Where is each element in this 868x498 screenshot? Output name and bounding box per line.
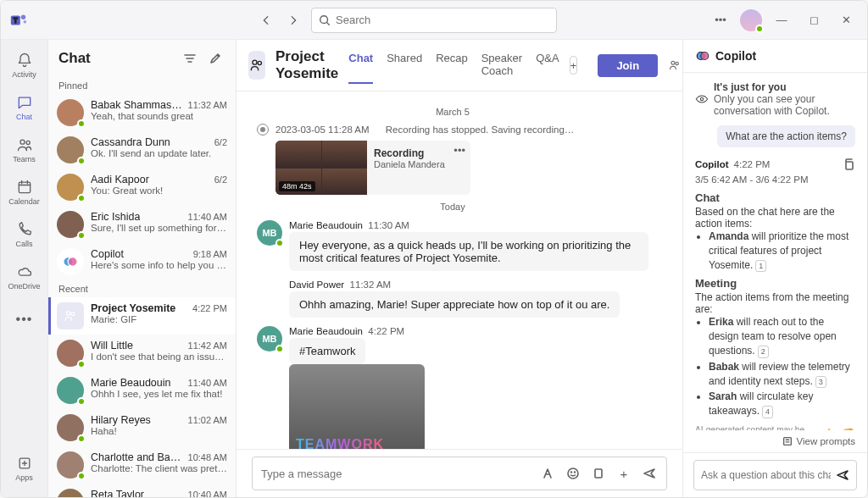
minimize-button[interactable]: ― (769, 8, 794, 33)
svg-point-12 (71, 313, 75, 316)
message-sender: Marie Beaudouin (289, 326, 363, 336)
search-box[interactable] (311, 8, 557, 33)
add-icon[interactable]: + (615, 465, 632, 482)
chat-list-item[interactable]: Will Little11:42 AMI don't see that bein… (48, 335, 236, 372)
chat-avatar (57, 414, 84, 441)
chat-list-item[interactable]: Cassandra Dunn6/2Ok. I'll send an update… (48, 131, 236, 169)
copy-icon[interactable] (842, 158, 855, 171)
teams-logo-icon: T (9, 11, 28, 30)
recording-thumbnail: 48m 42s (275, 141, 367, 195)
new-chat-button[interactable] (205, 48, 225, 69)
maximize-button[interactable]: ◻ (801, 8, 826, 33)
svg-rect-22 (595, 469, 602, 478)
tab-qa[interactable]: Q&A (536, 47, 559, 84)
chat-item-preview: Charlotte: The client was pretty happy w… (91, 463, 227, 473)
action-item: Amanda will prioritize the most critical… (709, 230, 855, 272)
add-tab-button[interactable]: + (570, 56, 578, 75)
chat-item-preview: Yeah, that sounds great (91, 111, 227, 121)
reference-badge[interactable]: 4 (762, 406, 773, 418)
svg-rect-26 (846, 162, 853, 169)
action-item: Babak will review the telemetry and iden… (709, 360, 855, 389)
search-input[interactable] (336, 14, 549, 26)
svg-point-11 (67, 312, 71, 316)
message-time: 4:22 PM (368, 326, 404, 336)
svg-point-2 (21, 14, 26, 19)
svg-rect-7 (19, 182, 30, 193)
rail-teams[interactable]: Teams (4, 130, 45, 170)
chat-list-item[interactable]: Babak Shammas (You)11:32 AMYeah, that so… (48, 94, 236, 131)
message-time: 11:30 AM (368, 220, 409, 230)
send-icon[interactable] (641, 465, 658, 482)
messages-area[interactable]: March 5 2023-03-05 11:28 AM Recording ha… (236, 91, 682, 449)
reference-badge[interactable]: 2 (758, 346, 769, 358)
format-icon[interactable] (539, 465, 556, 482)
chat-list-item[interactable]: Charlotte and Babak10:48 AMCharlotte: Th… (48, 446, 236, 484)
svg-point-3 (24, 20, 27, 24)
date-separator: March 5 (257, 107, 648, 117)
tab-speaker-coach[interactable]: Speaker Coach (481, 47, 522, 84)
chat-item-name: Reta Taylor (91, 489, 144, 497)
svg-point-13 (253, 60, 257, 64)
action-item: Sarah will circulate key takeaways.4 (709, 390, 855, 418)
view-prompts-button[interactable]: View prompts (683, 430, 867, 452)
rail-activity[interactable]: Activity (4, 45, 45, 86)
tab-recap[interactable]: Recap (436, 47, 468, 84)
message-bubble[interactable]: Hey everyone, as a quick heads up, I'll … (289, 232, 648, 271)
rail-calls[interactable]: Calls (4, 214, 45, 255)
recording-card[interactable]: 48m 42s RecordingDaniela Mandera ••• (275, 141, 470, 195)
compose-box[interactable]: + (252, 456, 667, 490)
chat-list-item[interactable]: Copilot9:18 AMHere's some info to help y… (48, 243, 236, 280)
message-bubble[interactable]: #Teamwork (289, 338, 365, 364)
more-button[interactable]: ••• (708, 8, 733, 33)
rail-apps[interactable]: Apps (4, 448, 45, 489)
svg-point-5 (20, 140, 25, 144)
conversation-avatar (248, 51, 265, 80)
join-button[interactable]: Join (598, 54, 658, 77)
tab-chat[interactable]: Chat (348, 47, 373, 84)
tab-shared[interactable]: Shared (387, 47, 422, 84)
chat-avatar (57, 99, 84, 126)
recording-more-button[interactable]: ••• (453, 144, 465, 157)
message-bubble[interactable]: Ohhh amazing, Marie! Super appreciate ho… (289, 291, 620, 318)
eye-icon (695, 81, 709, 117)
svg-point-24 (701, 53, 709, 60)
copilot-input[interactable] (701, 469, 831, 481)
app-rail: Activity Chat Teams Calendar Calls OneDr… (1, 40, 48, 497)
rail-onedrive[interactable]: OneDrive (4, 257, 45, 297)
chat-item-name: Marie Beaudouin (91, 377, 171, 389)
close-button[interactable]: ✕ (833, 8, 859, 33)
svg-point-15 (671, 61, 675, 64)
chat-avatar (57, 211, 84, 238)
reference-badge[interactable]: 1 (755, 260, 766, 273)
reference-badge[interactable]: 3 (815, 376, 826, 389)
record-icon (257, 124, 269, 136)
chat-item-preview: Sure, I'll set up something for next wee… (91, 223, 227, 233)
chat-item-name: Charlotte and Babak (91, 451, 185, 463)
svg-text:T: T (14, 16, 18, 24)
chat-list-item[interactable]: Eric Ishida11:40 AMSure, I'll set up som… (48, 206, 236, 243)
message-time: 11:32 AM (350, 279, 392, 290)
chat-list-item[interactable]: Project Yosemite4:22 PMMarie: GIF (48, 297, 236, 335)
chat-list-item[interactable]: Marie Beaudouin11:40 AMOhhh I see, yes l… (48, 372, 236, 409)
pinned-section-label: Pinned (48, 77, 236, 94)
rail-calendar[interactable]: Calendar (4, 172, 45, 213)
chat-list-title: Chat (58, 50, 175, 67)
compose-input[interactable] (261, 468, 531, 480)
chat-list-item[interactable]: Reta Taylor10:40 AMAh, ok I understand n… (48, 484, 236, 497)
rail-more[interactable]: ••• (4, 299, 45, 340)
rail-chat[interactable]: Chat (4, 87, 45, 128)
send-icon[interactable] (836, 468, 849, 482)
search-icon (319, 14, 331, 26)
chat-item-name: Eric Ishida (91, 211, 140, 223)
copilot-input-box[interactable] (693, 460, 857, 490)
nav-forward-button[interactable] (282, 9, 304, 31)
emoji-icon[interactable] (565, 465, 581, 482)
chat-list-item[interactable]: Aadi Kapoor6/2You: Great work! (48, 169, 236, 206)
suggestion-chip[interactable]: What are the action items? (717, 125, 855, 147)
attach-icon[interactable] (590, 465, 607, 482)
nav-back-button[interactable] (255, 9, 277, 31)
filter-button[interactable] (180, 48, 200, 69)
current-user-avatar[interactable] (740, 9, 762, 31)
gif-attachment[interactable]: TEAMWORK (289, 364, 425, 449)
chat-list-item[interactable]: Hilary Reyes11:02 AMHaha! (48, 409, 236, 446)
